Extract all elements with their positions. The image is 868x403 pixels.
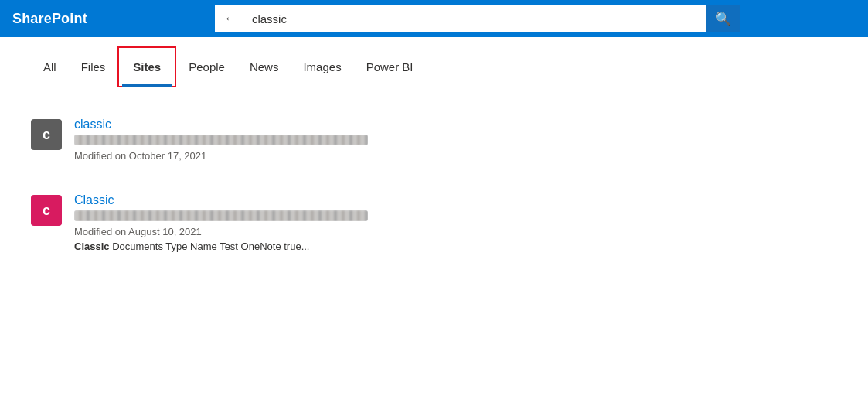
tab-news[interactable]: News	[237, 51, 291, 83]
search-submit-button[interactable]: 🔍	[706, 5, 740, 32]
search-bar: ← 🔍	[215, 5, 740, 32]
tab-people[interactable]: People	[176, 51, 237, 83]
tab-all[interactable]: All	[31, 51, 69, 83]
tab-images[interactable]: Images	[291, 51, 353, 83]
result-body: classic Modified on October 17, 2021	[74, 118, 837, 165]
result-item: c Classic Modified on August 10, 2021 Cl…	[31, 179, 837, 266]
icon-letter: c	[43, 203, 50, 219]
result-snippet: Classic Documents Type Name Test OneNote…	[74, 241, 837, 252]
result-item: c classic Modified on October 17, 2021	[31, 104, 837, 179]
snippet-bold: Classic	[74, 241, 110, 252]
result-body: Classic Modified on August 10, 2021 Clas…	[74, 193, 837, 252]
result-title[interactable]: classic	[74, 118, 837, 131]
tab-sites[interactable]: Sites	[121, 51, 173, 83]
result-url-blurred	[74, 210, 368, 221]
back-icon: ←	[224, 12, 237, 26]
tab-bar: All Files Sites People News Images Power…	[0, 43, 868, 91]
search-icon: 🔍	[715, 11, 731, 27]
result-title[interactable]: Classic	[74, 193, 837, 207]
search-results: c classic Modified on October 17, 2021 c…	[0, 91, 868, 278]
search-back-button[interactable]: ←	[215, 5, 246, 32]
result-icon: c	[31, 195, 62, 226]
tab-sites-highlight: Sites	[117, 46, 176, 87]
result-meta: Modified on October 17, 2021	[74, 150, 837, 162]
result-url-blurred	[74, 135, 368, 145]
tab-files[interactable]: Files	[69, 51, 118, 83]
header: SharePoint ← 🔍	[0, 0, 868, 37]
icon-letter: c	[43, 127, 50, 143]
snippet-rest: Documents Type Name Test OneNote true...	[110, 241, 310, 252]
app-logo: SharePoint	[12, 11, 87, 27]
tab-powerbi[interactable]: Power BI	[354, 51, 426, 83]
result-meta: Modified on August 10, 2021	[74, 226, 837, 237]
result-icon: c	[31, 119, 62, 150]
search-input[interactable]	[246, 5, 706, 32]
